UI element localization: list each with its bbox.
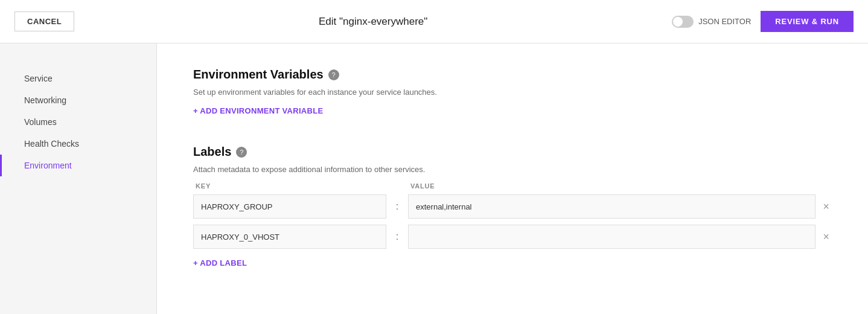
separator-1: : (391, 231, 403, 242)
content-area: Environment Variables ? Set up environme… (157, 43, 868, 314)
env-vars-section: Environment Variables ? Set up environme… (193, 68, 832, 116)
main-layout: Service Networking Volumes Health Checks… (0, 43, 868, 314)
sidebar-item-volumes[interactable]: Volumes (0, 111, 156, 133)
label-key-input-0[interactable] (193, 194, 386, 219)
env-vars-description: Set up environment variables for each in… (193, 88, 832, 97)
env-vars-help-icon[interactable]: ? (328, 69, 339, 80)
label-value-input-1[interactable] (408, 225, 815, 249)
add-label-button[interactable]: + ADD LABEL (193, 258, 247, 268)
json-editor-label: JSON EDITOR (698, 17, 751, 26)
col-header-key: KEY (196, 182, 389, 190)
labels-description: Attach metadata to expose additional inf… (193, 165, 832, 174)
labels-title: Labels (193, 145, 231, 159)
sidebar-item-environment[interactable]: Environment (0, 155, 156, 176)
label-key-input-1[interactable] (193, 225, 386, 249)
review-run-button[interactable]: REVIEW & RUN (761, 11, 854, 32)
env-vars-title: Environment Variables (193, 68, 324, 82)
labels-header: Labels ? (193, 145, 832, 159)
sidebar-item-health-checks[interactable]: Health Checks (0, 133, 156, 155)
app-header: CANCEL Edit "nginx-everywhere" JSON EDIT… (0, 0, 868, 43)
label-value-input-0[interactable] (408, 194, 815, 219)
label-row: : × (193, 194, 832, 219)
col-header-value: VALUE (410, 182, 829, 190)
add-env-var-button[interactable]: + ADD ENVIRONMENT VARIABLE (193, 106, 323, 115)
labels-section: Labels ? Attach metadata to expose addit… (193, 145, 832, 268)
json-editor-toggle[interactable]: JSON EDITOR (672, 16, 751, 28)
delete-label-button-1[interactable]: × (820, 231, 832, 242)
toggle-switch[interactable] (672, 16, 694, 28)
labels-column-headers: KEY VALUE (193, 182, 832, 190)
sidebar-item-networking[interactable]: Networking (0, 89, 156, 111)
cancel-button[interactable]: CANCEL (14, 11, 74, 31)
header-right: JSON EDITOR REVIEW & RUN (672, 11, 854, 32)
sidebar: Service Networking Volumes Health Checks… (0, 43, 157, 314)
separator-0: : (391, 201, 403, 212)
labels-help-icon[interactable]: ? (236, 147, 247, 158)
env-vars-header: Environment Variables ? (193, 68, 832, 82)
page-title: Edit "nginx-everywhere" (319, 16, 427, 28)
label-row: : × (193, 225, 832, 249)
delete-label-button-0[interactable]: × (820, 201, 832, 212)
sidebar-item-service[interactable]: Service (0, 68, 156, 89)
